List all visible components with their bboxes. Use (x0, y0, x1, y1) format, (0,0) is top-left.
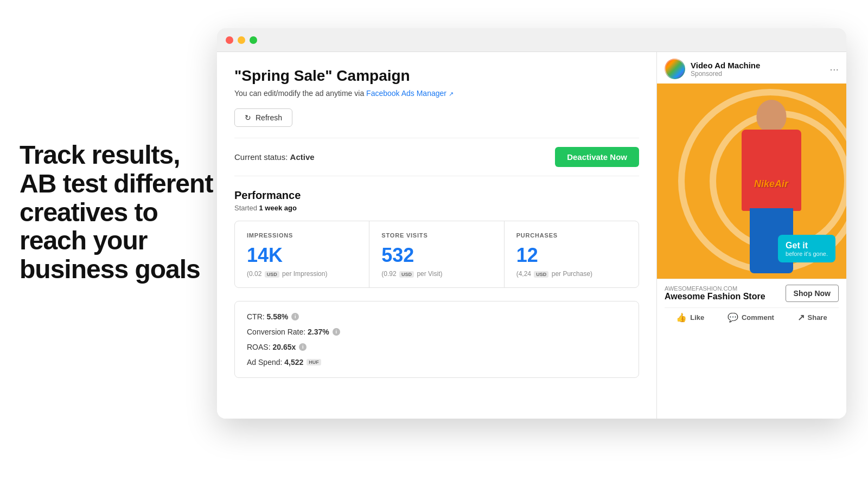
stat-roas: ROAS: 20.65x i (247, 343, 627, 351)
browser-window: "Spring Sale" Campaign You can edit/modi… (217, 28, 846, 419)
purchases-label: PURCHASES (516, 232, 627, 239)
campaign-subtitle: You can edit/modify the ad anytime via F… (234, 89, 639, 98)
maximize-button[interactable] (250, 36, 257, 44)
ad-header: Video Ad Machine Sponsored ··· (657, 52, 846, 84)
ad-logo (665, 59, 685, 79)
status-bar: Current status: Active Deactivate Now (234, 138, 639, 176)
metrics-grid: IMPRESSIONS 14K (0.02 USD per Impression… (234, 221, 639, 288)
ad-logo-inner (666, 60, 684, 78)
stat-ctr: CTR: 5.58% i (247, 312, 627, 321)
impressions-label: IMPRESSIONS (247, 232, 357, 239)
shop-now-button[interactable]: Shop Now (786, 285, 839, 302)
status-value: Active (290, 152, 315, 162)
headline: Track results, AB test different creativ… (20, 141, 215, 284)
subtitle-text: You can edit/modify the ad anytime via (234, 89, 366, 98)
ad-header-left: Video Ad Machine Sponsored (665, 59, 760, 79)
status-left: Current status: Active (234, 152, 315, 162)
ad-store-name: Awesome Fashion Store (665, 292, 765, 301)
purchases-sub: (4,24 USD per Purchase) (516, 270, 627, 278)
external-link-icon: ↗ (449, 91, 454, 97)
main-panel: "Spring Sale" Campaign You can edit/modi… (217, 52, 656, 419)
ad-panel: Video Ad Machine Sponsored ··· (656, 52, 846, 419)
facebook-ads-manager-link[interactable]: Facebook Ads Manager ↗ (366, 89, 454, 98)
conversion-info-icon[interactable]: i (333, 328, 340, 336)
store-visits-currency: USD (399, 271, 414, 278)
metric-purchases: PURCHASES 12 (4,24 USD per Purchase) (505, 221, 639, 287)
browser-content: "Spring Sale" Campaign You can edit/modi… (217, 52, 846, 419)
status-label: Current status: (234, 152, 288, 162)
refresh-button[interactable]: ↻ Refresh (234, 108, 292, 127)
like-button[interactable]: 👍 Like (676, 312, 704, 323)
like-label: Like (690, 313, 704, 322)
ad-footer: AWESOMEFASHION.COM Awesome Fashion Store… (657, 279, 846, 328)
left-panel: Track results, AB test different creativ… (20, 141, 215, 284)
store-visits-value: 532 (381, 244, 492, 267)
like-icon: 👍 (676, 312, 687, 323)
title-bar (217, 28, 846, 52)
ad-brand-info: Video Ad Machine Sponsored (691, 61, 760, 78)
nike-text: NikeAir (754, 178, 788, 190)
currency-badge: HUF (307, 359, 321, 365)
store-visits-sub: (0.92 USD per Visit) (381, 270, 492, 278)
purchases-currency: USD (534, 271, 548, 278)
minimize-button[interactable] (238, 36, 245, 44)
close-button[interactable] (226, 36, 233, 44)
performance-subtitle: Started 1 week ago (234, 204, 639, 212)
ad-image: NikeAir Get it before it's gone. (657, 84, 846, 279)
share-label: Share (808, 313, 827, 322)
stats-box: CTR: 5.58% i Conversion Rate: 2.37% i RO… (234, 301, 639, 378)
deactivate-button[interactable]: Deactivate Now (555, 147, 639, 167)
purchases-value: 12 (516, 244, 627, 267)
person-body: NikeAir (742, 130, 801, 211)
roas-info-icon[interactable]: i (299, 343, 307, 351)
impressions-currency: USD (265, 271, 279, 278)
ad-more-button[interactable]: ··· (829, 63, 839, 75)
share-button[interactable]: ↗ Share (797, 312, 827, 323)
comment-icon: 💬 (727, 312, 738, 323)
get-it-title: Get it (786, 240, 828, 251)
ad-store-row: AWESOMEFASHION.COM Awesome Fashion Store… (665, 285, 839, 302)
impressions-value: 14K (247, 244, 357, 267)
stat-conversion: Conversion Rate: 2.37% i (247, 328, 627, 336)
ad-card: Video Ad Machine Sponsored ··· (657, 52, 846, 419)
ctr-info-icon[interactable]: i (291, 313, 299, 320)
get-it-sub: before it's gone. (786, 251, 828, 257)
get-it-box: Get it before it's gone. (778, 235, 835, 262)
performance-title: Performance (234, 189, 639, 202)
ad-sponsored: Sponsored (691, 70, 760, 78)
person-head (756, 100, 786, 132)
store-visits-label: STORE VISITS (381, 232, 492, 239)
metric-store-visits: STORE VISITS 532 (0.92 USD per Visit) (369, 221, 503, 287)
impressions-sub: (0.02 USD per Impression) (247, 270, 357, 278)
ad-store-info: AWESOMEFASHION.COM Awesome Fashion Store (665, 285, 765, 301)
share-icon: ↗ (797, 312, 805, 323)
ad-store-url: AWESOMEFASHION.COM (665, 285, 765, 292)
metric-impressions: IMPRESSIONS 14K (0.02 USD per Impression… (235, 221, 369, 287)
ad-brand-name: Video Ad Machine (691, 61, 760, 70)
ad-actions: 👍 Like 💬 Comment ↗ Share (665, 307, 839, 323)
refresh-icon: ↻ (245, 113, 251, 122)
comment-label: Comment (742, 313, 774, 322)
stat-adspend: Ad Spend: 4,522 HUF (247, 358, 627, 367)
comment-button[interactable]: 💬 Comment (727, 312, 774, 323)
campaign-title: "Spring Sale" Campaign (234, 67, 639, 85)
